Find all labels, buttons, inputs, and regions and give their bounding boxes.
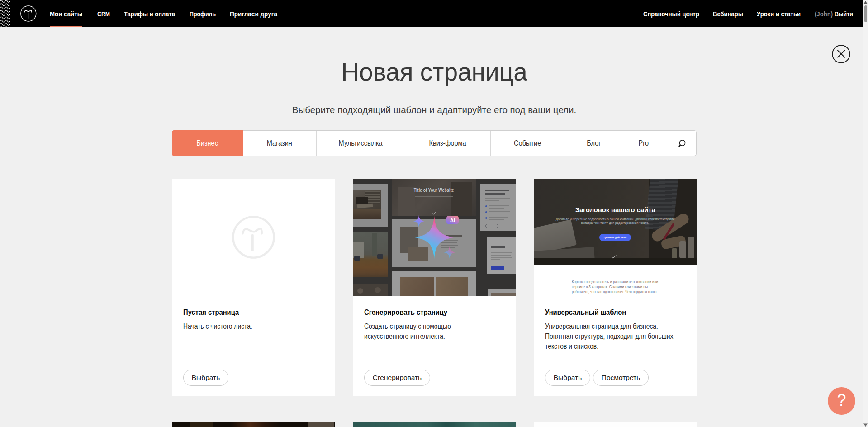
svg-text:AI: AI	[450, 218, 455, 223]
